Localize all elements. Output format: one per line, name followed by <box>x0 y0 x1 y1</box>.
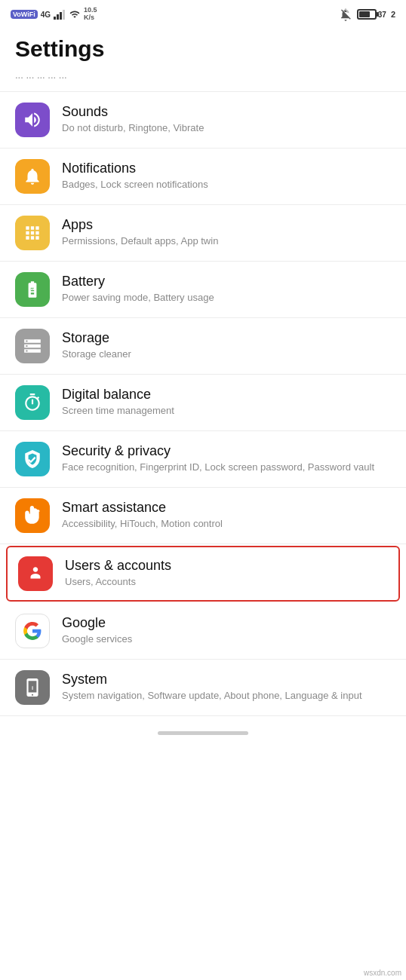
partial-settings-item: ... ... ... ... ... <box>0 69 406 92</box>
vowifi-label: VoWiFi <box>11 10 38 19</box>
status-right: 37 2 <box>339 8 395 21</box>
bottom-pill-area <box>0 716 406 743</box>
battery-charging-icon <box>23 280 42 299</box>
smart-assistance-title: Smart assistance <box>62 500 391 516</box>
signal-number: 2 <box>391 10 395 19</box>
speed-indicator: 10.5 K/s <box>84 7 97 22</box>
sound-icon <box>23 110 42 130</box>
digital-balance-text: Digital balance Screen time management <box>62 387 391 418</box>
users-accounts-text: Users & accounts Users, Accounts <box>65 558 388 589</box>
settings-item-system[interactable]: i System System navigation, Software upd… <box>0 660 406 716</box>
status-bar: VoWiFi 4G 10.5 K/s 37 2 <box>0 0 406 27</box>
apps-subtitle: Permissions, Default apps, App twin <box>62 234 391 248</box>
hand-icon <box>23 506 42 525</box>
google-subtitle: Google services <box>62 632 391 646</box>
sounds-subtitle: Do not disturb, Ringtone, Vibrate <box>62 121 391 135</box>
storage-title: Storage <box>62 330 391 346</box>
storage-text: Storage Storage cleaner <box>62 330 391 361</box>
smart-assistance-icon-wrapper <box>15 498 50 533</box>
settings-item-battery[interactable]: Battery Power saving mode, Battery usage <box>0 262 406 318</box>
shield-icon <box>23 449 42 469</box>
person-icon <box>26 564 45 583</box>
svg-rect-0 <box>54 17 56 20</box>
notifications-text: Notifications Badges, Lock screen notifi… <box>62 161 391 191</box>
notifications-icon-wrapper <box>15 159 50 194</box>
svg-text:i: i <box>32 684 33 691</box>
signal-bars-icon <box>54 9 66 20</box>
timer-icon <box>23 393 42 412</box>
page-title: Settings <box>0 27 406 69</box>
system-icon-wrapper: i <box>15 670 50 705</box>
home-pill[interactable] <box>158 731 248 735</box>
mute-bell-icon <box>339 8 352 21</box>
settings-item-google[interactable]: Google Google services <box>0 603 406 660</box>
digital-balance-icon-wrapper <box>15 385 50 420</box>
system-title: System <box>62 672 391 688</box>
battery-text: Battery Power saving mode, Battery usage <box>62 274 391 305</box>
system-text: System System navigation, Software updat… <box>62 672 391 703</box>
google-text: Google Google services <box>62 615 391 646</box>
watermark: wsxdn.com <box>364 969 401 977</box>
users-accounts-title: Users & accounts <box>65 558 388 574</box>
smart-assistance-text: Smart assistance Accessibility, HiTouch,… <box>62 500 391 531</box>
settings-item-digital-balance[interactable]: Digital balance Screen time management <box>0 375 406 431</box>
settings-item-security-privacy[interactable]: Security & privacy Face recognition, Fin… <box>0 431 406 488</box>
system-subtitle: System navigation, Software update, Abou… <box>62 689 391 703</box>
security-subtitle: Face recognition, Fingerprint ID, Lock s… <box>62 461 391 474</box>
settings-item-apps[interactable]: Apps Permissions, Default apps, App twin <box>0 205 406 262</box>
notifications-title: Notifications <box>62 161 391 176</box>
signal-4g: 4G <box>41 11 51 19</box>
system-info-icon: i <box>23 678 42 697</box>
settings-item-sounds[interactable]: Sounds Do not disturb, Ringtone, Vibrate <box>0 92 406 149</box>
wifi-icon <box>69 9 81 20</box>
battery-fill <box>359 11 370 17</box>
sounds-icon-wrapper <box>15 103 50 137</box>
settings-item-storage[interactable]: Storage Storage cleaner <box>0 318 406 375</box>
battery-indicator <box>357 9 377 20</box>
storage-icon <box>23 336 42 356</box>
digital-balance-title: Digital balance <box>62 387 391 403</box>
storage-subtitle: Storage cleaner <box>62 348 391 361</box>
apps-icon-wrapper <box>15 216 50 250</box>
sounds-text: Sounds Do not disturb, Ringtone, Vibrate <box>62 104 391 135</box>
apps-text: Apps Permissions, Default apps, App twin <box>62 217 391 248</box>
status-left: VoWiFi 4G 10.5 K/s <box>11 7 97 22</box>
security-icon-wrapper <box>15 442 50 476</box>
battery-box: 37 <box>357 9 386 20</box>
svg-rect-3 <box>63 10 65 20</box>
security-title: Security & privacy <box>62 443 391 459</box>
svg-rect-2 <box>60 12 62 20</box>
svg-rect-1 <box>57 14 59 20</box>
digital-balance-subtitle: Screen time management <box>62 404 391 418</box>
apps-title: Apps <box>62 217 391 233</box>
notifications-subtitle: Badges, Lock screen notifications <box>62 178 391 191</box>
users-accounts-icon-wrapper <box>18 556 53 591</box>
google-title: Google <box>62 615 391 631</box>
settings-item-notifications[interactable]: Notifications Badges, Lock screen notifi… <box>0 149 406 205</box>
google-icon-wrapper <box>15 614 50 648</box>
settings-item-smart-assistance[interactable]: Smart assistance Accessibility, HiTouch,… <box>0 488 406 544</box>
google-icon <box>23 621 42 641</box>
storage-icon-wrapper <box>15 329 50 363</box>
apps-icon <box>23 223 42 243</box>
users-accounts-subtitle: Users, Accounts <box>65 575 388 589</box>
battery-subtitle: Power saving mode, Battery usage <box>62 291 391 305</box>
battery-percent: 37 <box>378 11 386 19</box>
sounds-title: Sounds <box>62 104 391 120</box>
bell-icon <box>23 167 42 186</box>
settings-list: Sounds Do not disturb, Ringtone, Vibrate… <box>0 92 406 716</box>
settings-item-users-accounts[interactable]: Users & accounts Users, Accounts <box>6 546 400 602</box>
partial-subtitle: ... ... ... ... ... <box>15 69 67 81</box>
security-text: Security & privacy Face recognition, Fin… <box>62 443 391 474</box>
battery-title: Battery <box>62 274 391 289</box>
battery-icon-wrapper <box>15 272 50 307</box>
smart-assistance-subtitle: Accessibility, HiTouch, Motion control <box>62 517 391 531</box>
